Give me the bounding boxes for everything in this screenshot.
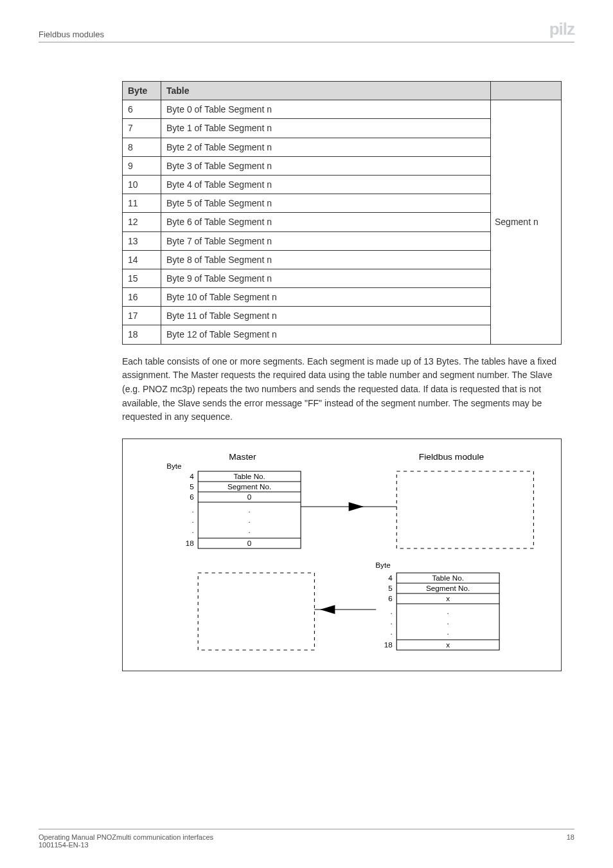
svg-text:4: 4 [190, 473, 194, 480]
desc-cell: Byte 0 of Table Segment n [161, 100, 491, 119]
byte-cell: 17 [123, 307, 161, 325]
byte-cell: 13 [123, 231, 161, 250]
byte-cell: 18 [123, 325, 161, 344]
byte-label-top: Byte [166, 462, 181, 470]
fieldbus-label: Fieldbus module [419, 452, 484, 462]
page-number: 18 [567, 833, 574, 841]
master-label: Master [229, 452, 256, 462]
svg-text:Segment No.: Segment No. [426, 584, 470, 592]
svg-text:6: 6 [190, 493, 194, 501]
protocol-diagram: Master Fieldbus module Byte 4 5 6 . . . … [122, 439, 562, 671]
svg-text:4: 4 [388, 574, 393, 582]
svg-text:x: x [446, 641, 450, 649]
desc-cell: Byte 2 of Table Segment n [161, 138, 491, 156]
svg-text:.: . [391, 608, 393, 615]
desc-cell: Byte 4 of Table Segment n [161, 175, 491, 194]
brand-logo: pilz [549, 19, 574, 39]
svg-text:5: 5 [388, 584, 393, 592]
svg-text:.: . [447, 608, 449, 615]
desc-cell: Byte 9 of Table Segment n [161, 269, 491, 287]
svg-marker-21 [349, 502, 364, 511]
svg-text:Table No.: Table No. [233, 473, 265, 480]
svg-text:.: . [249, 506, 251, 514]
svg-text:18: 18 [384, 641, 393, 649]
svg-text:.: . [391, 618, 393, 626]
svg-text:.: . [192, 516, 194, 524]
byte-cell: 11 [123, 194, 161, 213]
byte-table: Byte Table 6Byte 0 of Table Segment nSeg… [122, 81, 562, 345]
svg-text:0: 0 [247, 493, 252, 501]
svg-text:.: . [447, 618, 449, 626]
segment-col-header [491, 82, 562, 100]
svg-text:6: 6 [388, 595, 393, 602]
byte-cell: 6 [123, 100, 161, 119]
svg-text:0: 0 [247, 539, 252, 547]
byte-cell: 16 [123, 288, 161, 307]
byte-cell: 9 [123, 156, 161, 175]
logo-text: pilz [549, 19, 574, 39]
footer-title: Operating Manual PNOZmulti communication… [39, 833, 213, 841]
byte-cell: 14 [123, 250, 161, 269]
byte-col-header: Byte [123, 82, 161, 100]
desc-cell: Byte 1 of Table Segment n [161, 119, 491, 138]
desc-cell: Byte 12 of Table Segment n [161, 325, 491, 344]
svg-text:.: . [249, 516, 251, 524]
desc-cell: Byte 3 of Table Segment n [161, 156, 491, 175]
svg-rect-22 [198, 573, 314, 650]
svg-text:Table No.: Table No. [432, 574, 464, 582]
table-col-header: Table [161, 82, 491, 100]
svg-text:x: x [446, 595, 450, 602]
svg-marker-43 [320, 605, 335, 614]
svg-text:5: 5 [190, 483, 194, 491]
byte-cell: 7 [123, 119, 161, 138]
svg-text:Segment No.: Segment No. [227, 483, 271, 491]
footer-docid: 1001154-EN-13 [39, 841, 213, 849]
svg-text:.: . [249, 527, 251, 534]
byte-cell: 12 [123, 213, 161, 231]
table-row: 6Byte 0 of Table Segment nSegment n [123, 100, 562, 119]
byte-cell: 8 [123, 138, 161, 156]
svg-rect-19 [396, 471, 533, 548]
svg-text:.: . [192, 506, 194, 514]
byte-cell: 15 [123, 269, 161, 287]
explanatory-paragraph: Each table consists of one or more segme… [122, 355, 562, 424]
svg-text:.: . [447, 628, 449, 636]
segment-cell: Segment n [491, 100, 562, 344]
desc-cell: Byte 6 of Table Segment n [161, 213, 491, 231]
desc-cell: Byte 8 of Table Segment n [161, 250, 491, 269]
byte-label-bottom: Byte [375, 561, 390, 569]
page-footer: Operating Manual PNOZmulti communication… [39, 829, 574, 849]
desc-cell: Byte 5 of Table Segment n [161, 194, 491, 213]
desc-cell: Byte 11 of Table Segment n [161, 307, 491, 325]
svg-text:18: 18 [186, 539, 194, 547]
svg-text:.: . [391, 628, 393, 636]
desc-cell: Byte 10 of Table Segment n [161, 288, 491, 307]
svg-text:.: . [192, 527, 194, 534]
breadcrumb: Fieldbus modules [39, 30, 104, 39]
byte-cell: 10 [123, 175, 161, 194]
desc-cell: Byte 7 of Table Segment n [161, 231, 491, 250]
